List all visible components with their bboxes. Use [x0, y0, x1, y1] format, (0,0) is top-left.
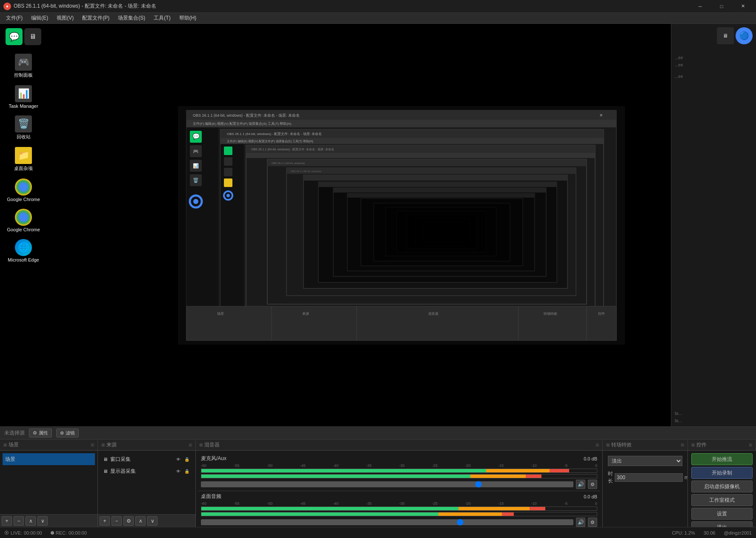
scene-remove-btn[interactable]: −: [14, 516, 24, 526]
live-status: ⦿ LIVE: 00:00:00: [4, 530, 42, 535]
desktop-channel-controls: 🔊 ⚙: [201, 518, 597, 527]
control-col-header: ⊞ 控件 ⊞: [688, 440, 756, 450]
studio-mode-button[interactable]: 工作室模式: [691, 494, 753, 506]
menu-tools[interactable]: 工具(T): [149, 13, 175, 23]
svg-rect-25: [224, 157, 232, 166]
svg-text:来源: 来源: [302, 312, 309, 316]
exit-button[interactable]: 退出: [691, 521, 753, 527]
source-item-display[interactable]: 🖥 显示器采集 👁 🔒: [100, 465, 193, 477]
task-manager-label: Task Manager: [9, 104, 38, 109]
svg-rect-63: [518, 306, 587, 340]
desktop-icon-chrome1[interactable]: Google Chrome: [4, 177, 43, 204]
source-up-btn[interactable]: ∧: [135, 516, 146, 526]
live-label: LIVE:: [11, 530, 22, 535]
scene-up-btn[interactable]: ∧: [26, 516, 36, 526]
source-col-expand[interactable]: ⊞: [189, 443, 192, 447]
mic-channel-controls: 🔊 ⚙: [201, 480, 597, 489]
desktop-channel-db: 0.0 dB: [584, 494, 597, 499]
preview-area: 💬 🖥 🎮 控制面板 📊 Task Manager 🗑️ 回收站 📁 桌面杂项: [0, 24, 756, 426]
rec-status: REC: 00:00:00: [51, 530, 87, 535]
source-add-btn[interactable]: +: [100, 516, 110, 526]
svg-text:混音器: 混音器: [428, 312, 438, 316]
desktop-icon-edge[interactable]: 🌐 Microsoft Edge: [4, 237, 43, 264]
fps-status: 30.06: [704, 530, 716, 535]
svg-rect-38: [286, 168, 576, 174]
settings-button[interactable]: 设置: [691, 508, 753, 520]
mixer-col-expand[interactable]: ⊞: [596, 443, 599, 447]
scene-item[interactable]: 场景: [3, 453, 95, 465]
scene-down-btn[interactable]: ∨: [37, 516, 48, 526]
desktop-icon-control-panel[interactable]: 🎮 控制面板: [4, 52, 43, 80]
menu-view[interactable]: 视图(V): [52, 13, 78, 23]
start-record-button[interactable]: 开始录制: [691, 467, 753, 479]
scene-item-label: 场景: [5, 456, 15, 463]
mic-yellow-segment: [486, 469, 550, 472]
window-title: OBS 26.1.1 (64-bit, windows) - 配置文件: 未命名…: [14, 3, 690, 10]
desktop-settings-btn[interactable]: ⚙: [588, 518, 597, 527]
svg-rect-33: [246, 153, 595, 158]
control-col-label: 控件: [696, 441, 707, 449]
eye-icon-window[interactable]: 👁: [175, 456, 182, 463]
mic-level-bar: [201, 469, 597, 472]
svg-text:场景: 场景: [217, 312, 224, 316]
main-layout: 💬 🖥 🎮 控制面板 📊 Task Manager 🗑️ 回收站 📁 桌面杂项: [0, 24, 756, 538]
mic-volume-slider[interactable]: [201, 481, 573, 487]
menu-file[interactable]: 文件(F): [2, 13, 27, 23]
menu-scene-collection[interactable]: 场景集合(S): [114, 13, 149, 23]
source-item-window[interactable]: 🖥 窗口采集 👁 🔒: [100, 453, 193, 465]
desktop-icon-chrome2[interactable]: Google Chrome: [4, 207, 43, 234]
scene-col-expand[interactable]: ⊞: [91, 443, 94, 447]
user-label: @dingzr2001: [724, 530, 752, 535]
desktop-icon-task-manager[interactable]: 📊 Task Manager: [4, 83, 43, 110]
chrome2-label: Google Chrome: [7, 227, 40, 232]
desktop-yellow-segment: [458, 507, 530, 510]
minimize-button[interactable]: ─: [690, 0, 710, 13]
desktop-mute-btn[interactable]: 🔊: [576, 518, 585, 527]
display-capture-icon: 🖥: [103, 469, 108, 474]
desktop-sidebar: 💬 🖥 🎮 控制面板 📊 Task Manager 🗑️ 回收站 📁 桌面杂项: [0, 24, 47, 426]
transition-col-expand[interactable]: ⊞: [681, 443, 684, 447]
svg-rect-45: [333, 188, 546, 193]
mic-mute-btn[interactable]: 🔊: [576, 480, 585, 489]
filters-button[interactable]: ⊛ 滤镜: [56, 429, 79, 437]
svg-text:控件: 控件: [598, 312, 605, 316]
control-col-expand[interactable]: ⊞: [749, 443, 752, 447]
panels-row: 场景 + − ∧ ∨ 🖥 窗口采集 👁 🔒: [0, 450, 756, 527]
source-remove-btn[interactable]: −: [112, 516, 122, 526]
desktop-channel-name: 桌面音频: [201, 493, 221, 500]
preview-svg: OBS 26.1.1 (64-bit, windows) - 配置文件: 未命名…: [178, 106, 625, 345]
mic-channel-name: 麦克风/Aux: [201, 455, 226, 462]
source-down-btn[interactable]: ∨: [147, 516, 158, 526]
eye-icon-display[interactable]: 👁: [175, 468, 182, 475]
source-settings-btn[interactable]: ⚙: [123, 516, 134, 526]
virtual-camera-button[interactable]: 启动虚拟摄像机: [691, 480, 753, 492]
mic-level-bar-container: [201, 469, 597, 473]
cpu-label: CPU: 1.2%: [672, 530, 695, 535]
mic-settings-btn[interactable]: ⚙: [588, 480, 597, 489]
desktop-volume-slider[interactable]: [201, 519, 573, 525]
maximize-button[interactable]: □: [712, 0, 731, 13]
source-col-label: 来源: [106, 441, 117, 449]
transition-type-select[interactable]: 淡出: [608, 456, 682, 466]
menu-edit[interactable]: 编辑(E): [27, 13, 52, 23]
start-stream-button[interactable]: 开始推流: [691, 453, 753, 465]
scene-add-btn[interactable]: +: [2, 516, 12, 526]
svg-text:OBS 26.1.1 (64-bit, windows): OBS 26.1.1 (64-bit, windows): [272, 162, 305, 164]
menu-profile[interactable]: 配置文件(P): [78, 13, 114, 23]
mic-level-bar2: [201, 475, 597, 478]
properties-button[interactable]: ⚙ 属性: [29, 429, 52, 437]
lock-icon-window[interactable]: 🔒: [183, 456, 190, 463]
mixer-col-label: 混音器: [204, 441, 220, 449]
source-bar: 未选择源 ⚙ 属性 ⊛ 滤镜: [0, 426, 756, 439]
menu-help[interactable]: 帮助(H): [175, 13, 201, 23]
duration-unit: ms: [684, 475, 687, 480]
desktop-icon-misc[interactable]: 📁 桌面杂项: [4, 145, 43, 173]
control-panel: 开始推流 开始录制 启动虚拟摄像机 工作室模式 设置 退出: [688, 451, 756, 527]
desktop-icon-recycle-bin[interactable]: 🗑️ 回收站: [4, 114, 43, 142]
close-button[interactable]: ✕: [733, 0, 753, 13]
edge-label: Microsoft Edge: [8, 257, 39, 262]
unselected-source-label: 未选择源: [4, 429, 25, 437]
column-headers: ⊞ 场景 ⊞ ⊞ 来源 ⊞ ⊞ 混音器 ⊞ ⊞ 转场特效 ⊞ ⊞ 控件 ⊞: [0, 439, 756, 450]
duration-input[interactable]: [615, 473, 683, 482]
lock-icon-display[interactable]: 🔒: [183, 468, 190, 475]
